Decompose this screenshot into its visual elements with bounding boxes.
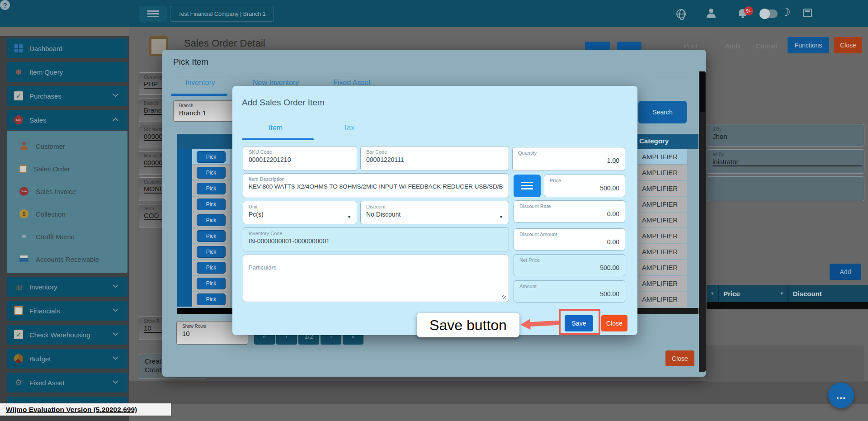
pick-button[interactable]: Pick: [197, 246, 226, 258]
bar-code-field[interactable]: Bar Code 00001220111: [360, 146, 509, 171]
active-tab-underline: [242, 138, 314, 140]
chevron-down-icon: [113, 378, 118, 384]
print-button[interactable]: Print: [684, 42, 698, 50]
moon-icon[interactable]: ☽: [781, 7, 791, 17]
table-row[interactable]: AMPLIFIER: [638, 181, 687, 196]
tab-tax[interactable]: Tax: [343, 124, 354, 132]
cancel-button[interactable]: Cancel: [756, 42, 777, 50]
sidebar-item-label: Sales Invoice: [36, 188, 76, 195]
tab-item[interactable]: Item: [269, 124, 283, 132]
table-row[interactable]: AMPLIFIER: [638, 213, 687, 227]
table-row[interactable]: AMPLIFIER: [638, 276, 687, 291]
vertical-scrollbar[interactable]: [699, 71, 706, 372]
sidebar-item-fixed-asset[interactable]: ⚙ Fixed Asset: [7, 373, 127, 393]
table-row[interactable]: AMPLIFIER: [638, 165, 687, 180]
save-button[interactable]: Save: [565, 315, 593, 331]
sidebar-item-financials[interactable]: Financials: [7, 301, 127, 321]
sidebar-item-label: Accounts Receivable: [36, 255, 99, 263]
field-value: 500.00: [519, 264, 619, 271]
sidebar-item-check-warehousing[interactable]: ✓ Check Warehousing: [7, 325, 127, 345]
field-value: COD: [144, 212, 162, 220]
particulars-textarea[interactable]: Particulars: [243, 255, 509, 302]
field-label: Discount Rate: [519, 203, 619, 209]
sidebar-item-budget[interactable]: Budget: [7, 349, 127, 369]
sidebar-item-item-query[interactable]: ✽ Item Query: [7, 62, 127, 82]
account-icon[interactable]: [706, 8, 716, 18]
more-actions-fab[interactable]: ...: [828, 383, 854, 408]
field-value: PHP: [144, 80, 162, 89]
search-button[interactable]: Search: [638, 101, 687, 123]
table-row[interactable]: AMPLIFIER: [638, 149, 687, 164]
wijmo-watermark[interactable]: Wijmo Evaluation Version (5.20202.699): [0, 403, 171, 416]
dropdown-arrow-icon: ▼: [347, 215, 351, 219]
table-row[interactable]: AMPLIFIER: [638, 260, 687, 275]
sidebar-item-label: Check Warehousing: [29, 331, 90, 339]
pick-button[interactable]: Pick: [197, 230, 226, 242]
pick-button[interactable]: Pick: [197, 167, 226, 179]
sidebar-item-sales-order[interactable]: Sales Order: [7, 159, 127, 179]
filter-icon[interactable]: ▼: [710, 291, 714, 296]
page-close-button[interactable]: Close: [834, 37, 862, 53]
sidebar-item-purchases[interactable]: ✓ Purchases: [7, 86, 127, 106]
arrow-shaft: [528, 321, 559, 327]
field-value: 00000: [144, 132, 163, 141]
pick-button[interactable]: Pick: [197, 183, 226, 194]
items-table-scrollbar[interactable]: [707, 302, 868, 309]
filter-icon[interactable]: ▼: [780, 291, 784, 296]
pick-button[interactable]: Pick: [197, 262, 226, 274]
sidebar-item-label: Sales Order: [34, 165, 70, 173]
table-row[interactable]: AMPLIFIER: [638, 292, 687, 307]
sidebar-item-sales[interactable]: Sale Sales: [7, 110, 127, 130]
pick-button[interactable]: Pick: [197, 214, 226, 226]
field-value: KEV 800 WATTS X2/4OHMS TO 8OHMS/2MIC INP…: [249, 183, 503, 190]
sidebar-item-credit-memo[interactable]: ≡ Credit Memo: [7, 227, 127, 246]
quantity-field[interactable]: Quantity 1.00: [512, 147, 625, 171]
basket-icon: ✽: [14, 67, 23, 76]
add-item-button[interactable]: Add: [830, 264, 861, 280]
item-menu-button[interactable]: [514, 175, 541, 197]
pick-button[interactable]: Pick: [197, 199, 226, 210]
pick-button[interactable]: Pick: [197, 293, 226, 305]
table-row[interactable]: AMPLIFIER: [638, 228, 687, 243]
globe-icon[interactable]: [676, 9, 686, 19]
tab-inventory[interactable]: Inventory: [185, 79, 215, 87]
chevron-down-icon: [113, 354, 118, 360]
pick-button[interactable]: Pick: [197, 151, 226, 163]
sale-badge-icon: Sale: [19, 187, 28, 196]
sidebar-item-label: Collection: [36, 210, 66, 218]
sidebar-item-collection[interactable]: $ Collection: [7, 204, 127, 224]
help-icon[interactable]: ?: [0, 0, 10, 10]
sidebar-item-inventory[interactable]: ▦ Inventory: [7, 277, 127, 297]
clipboard-icon: [19, 165, 27, 173]
customer-icon: [19, 142, 28, 151]
price-field[interactable]: Price 500.00: [544, 175, 625, 197]
item-description-field[interactable]: Item Description KEV 800 WATTS X2/4OHMS …: [243, 173, 509, 198]
table-row[interactable]: AMPLIFIER: [638, 244, 687, 259]
check-card-icon: ✓: [14, 330, 23, 339]
add-modal-close-button[interactable]: Close: [601, 315, 627, 331]
table-row[interactable]: AMPLIFIER: [638, 197, 687, 212]
audit-button[interactable]: Audit: [725, 42, 741, 50]
table-row: Pick: [192, 292, 230, 307]
pick-button[interactable]: Pick: [197, 278, 226, 289]
sidebar-item-accounts-receivable[interactable]: Accounts Receivable: [7, 249, 127, 269]
discount-amount-field[interactable]: Discount Amount 0.00: [514, 228, 625, 251]
discount-rate-field[interactable]: Discount Rate 0.00: [514, 200, 625, 222]
field-label: Unit: [249, 204, 351, 209]
sidebar-item-dashboard[interactable]: Dashboard: [7, 38, 127, 58]
sidebar-item-customer[interactable]: Customer: [7, 136, 127, 156]
sku-code-field[interactable]: SKU Code 000012201210: [243, 146, 357, 171]
functions-button[interactable]: Functions: [788, 37, 829, 53]
sidebar-item-sales-invoice[interactable]: Sale Sales Invoice: [7, 181, 127, 201]
menu-toggle-button[interactable]: [139, 6, 167, 22]
pick-modal-close-button[interactable]: Close: [665, 350, 694, 366]
discount-select[interactable]: Discount No Discount ▼: [360, 201, 509, 224]
calendar-icon[interactable]: [803, 9, 812, 17]
resize-handle[interactable]: [502, 295, 506, 299]
page-title: Sales Order Detail: [184, 38, 265, 49]
theme-toggle[interactable]: [760, 9, 778, 18]
table-row: Pick: [192, 213, 230, 227]
unit-select[interactable]: Unit Pc(s) ▼: [243, 201, 357, 224]
field-value: 10: [144, 324, 162, 333]
chevron-down-icon: [113, 282, 118, 288]
